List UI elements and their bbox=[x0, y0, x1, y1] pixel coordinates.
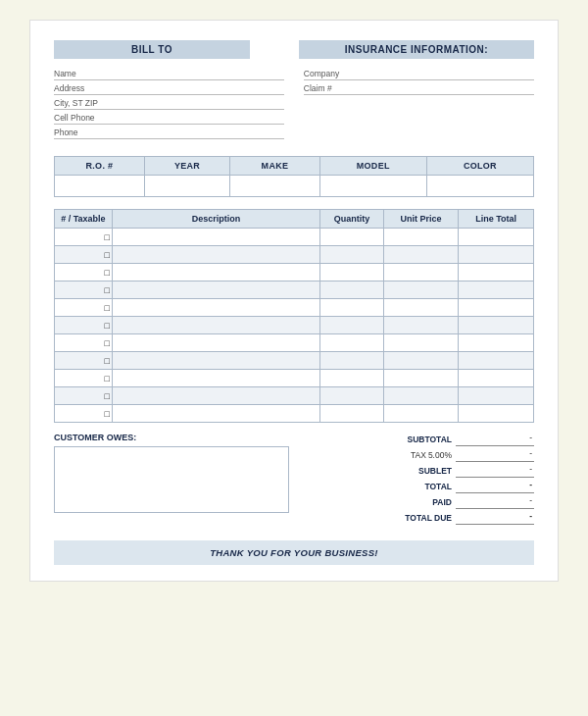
quantity-cell[interactable] bbox=[320, 264, 384, 281]
description-cell[interactable] bbox=[112, 246, 319, 264]
quantity-cell[interactable] bbox=[320, 246, 384, 264]
line-total-cell[interactable] bbox=[459, 405, 534, 423]
num-taxable-cell[interactable]: □ bbox=[55, 370, 113, 387]
line-total-cell[interactable] bbox=[459, 317, 534, 334]
table-row[interactable]: □ bbox=[55, 387, 534, 405]
table-row[interactable]: □ bbox=[55, 281, 534, 299]
quantity-cell[interactable] bbox=[320, 299, 384, 317]
vehicle-data-row bbox=[55, 176, 534, 197]
line-total-cell[interactable] bbox=[459, 229, 534, 246]
line-total-cell[interactable] bbox=[459, 281, 534, 299]
bottom-section: CUSTOMER OWES: SUBTOTAL - TAX 5.00% - SU… bbox=[54, 433, 534, 527]
line-total-cell[interactable] bbox=[459, 387, 534, 405]
table-row[interactable]: □ bbox=[55, 334, 534, 352]
company-field: Company bbox=[304, 69, 534, 80]
cell-phone-field: Cell Phone bbox=[54, 113, 284, 125]
description-cell[interactable] bbox=[112, 264, 319, 281]
subtotal-value: - bbox=[456, 433, 534, 446]
customer-owes-section: CUSTOMER OWES: bbox=[54, 433, 309, 513]
customer-owes-label: CUSTOMER OWES: bbox=[54, 433, 309, 442]
num-taxable-cell[interactable]: □ bbox=[55, 405, 113, 423]
table-row[interactable]: □ bbox=[55, 370, 534, 387]
color-header: COLOR bbox=[426, 157, 533, 176]
unit-price-cell[interactable] bbox=[383, 405, 459, 423]
unit-price-cell[interactable] bbox=[383, 387, 459, 405]
line-total-cell[interactable] bbox=[459, 334, 534, 352]
quantity-cell[interactable] bbox=[320, 334, 384, 352]
table-row[interactable]: □ bbox=[55, 405, 534, 423]
num-taxable-cell[interactable]: □ bbox=[55, 387, 113, 405]
subtotal-label: SUBTOTAL bbox=[373, 435, 452, 444]
quantity-cell[interactable] bbox=[320, 405, 384, 423]
unit-price-cell[interactable] bbox=[383, 281, 459, 299]
description-cell[interactable] bbox=[112, 281, 319, 299]
line-total-header: Line Total bbox=[459, 210, 534, 229]
bill-to-header: BILL TO bbox=[54, 40, 250, 59]
table-row[interactable]: □ bbox=[55, 246, 534, 264]
total-value: - bbox=[456, 480, 534, 493]
line-total-cell[interactable] bbox=[459, 370, 534, 387]
num-taxable-cell[interactable]: □ bbox=[55, 334, 113, 352]
sublet-label: SUBLET bbox=[373, 466, 452, 476]
num-taxable-cell[interactable]: □ bbox=[55, 264, 113, 281]
customer-owes-box[interactable] bbox=[54, 446, 289, 513]
tax-pct: 5.00% bbox=[428, 450, 452, 460]
num-taxable-cell[interactable]: □ bbox=[55, 352, 113, 370]
footer-text: THANK YOU FOR YOUR BUSINESS! bbox=[210, 547, 378, 558]
num-taxable-cell[interactable]: □ bbox=[55, 281, 113, 299]
line-total-cell[interactable] bbox=[459, 352, 534, 370]
model-cell[interactable] bbox=[319, 176, 426, 197]
unit-price-cell[interactable] bbox=[383, 264, 459, 281]
num-taxable-cell[interactable]: □ bbox=[55, 229, 113, 246]
table-row[interactable]: □ bbox=[55, 299, 534, 317]
unit-price-cell[interactable] bbox=[383, 229, 459, 246]
table-row[interactable]: □ bbox=[55, 317, 534, 334]
sublet-row: SUBLET - bbox=[309, 464, 534, 478]
table-row[interactable]: □ bbox=[55, 264, 534, 281]
description-cell[interactable] bbox=[112, 334, 319, 352]
quantity-cell[interactable] bbox=[320, 229, 384, 246]
description-cell[interactable] bbox=[112, 370, 319, 387]
line-total-cell[interactable] bbox=[459, 299, 534, 317]
tax-row: TAX 5.00% - bbox=[309, 448, 534, 462]
cell-label: Cell Phone bbox=[54, 113, 95, 123]
paid-label: PAID bbox=[373, 497, 452, 507]
unit-price-cell[interactable] bbox=[383, 317, 459, 334]
table-row[interactable]: □ bbox=[55, 352, 534, 370]
quantity-cell[interactable] bbox=[320, 317, 384, 334]
name-label: Name bbox=[54, 69, 76, 78]
subtotal-row: SUBTOTAL - bbox=[309, 433, 534, 446]
city-field: City, ST ZIP bbox=[54, 98, 284, 110]
company-label: Company bbox=[304, 69, 339, 78]
description-cell[interactable] bbox=[112, 299, 319, 317]
num-taxable-cell[interactable]: □ bbox=[55, 317, 113, 334]
ro-num-cell[interactable] bbox=[55, 176, 145, 197]
unit-price-cell[interactable] bbox=[383, 370, 459, 387]
unit-price-cell[interactable] bbox=[383, 246, 459, 264]
unit-price-cell[interactable] bbox=[383, 299, 459, 317]
description-cell[interactable] bbox=[112, 352, 319, 370]
name-field: Name bbox=[54, 69, 284, 80]
table-row[interactable]: □ bbox=[55, 229, 534, 246]
make-cell[interactable] bbox=[230, 176, 320, 197]
description-cell[interactable] bbox=[112, 387, 319, 405]
line-total-cell[interactable] bbox=[459, 264, 534, 281]
description-cell[interactable] bbox=[112, 405, 319, 423]
unit-price-cell[interactable] bbox=[383, 352, 459, 370]
description-header: Description bbox=[112, 210, 319, 229]
insurance-fields: Company Claim # bbox=[304, 69, 534, 142]
description-cell[interactable] bbox=[112, 229, 319, 246]
year-cell[interactable] bbox=[144, 176, 229, 197]
num-taxable-cell[interactable]: □ bbox=[55, 299, 113, 317]
quantity-cell[interactable] bbox=[320, 387, 384, 405]
num-taxable-cell[interactable]: □ bbox=[55, 246, 113, 264]
total-due-label: TOTAL DUE bbox=[373, 513, 452, 523]
total-due-value: - bbox=[456, 511, 534, 525]
line-total-cell[interactable] bbox=[459, 246, 534, 264]
quantity-cell[interactable] bbox=[320, 370, 384, 387]
quantity-cell[interactable] bbox=[320, 352, 384, 370]
color-cell[interactable] bbox=[426, 176, 533, 197]
description-cell[interactable] bbox=[112, 317, 319, 334]
unit-price-cell[interactable] bbox=[383, 334, 459, 352]
quantity-cell[interactable] bbox=[320, 281, 384, 299]
